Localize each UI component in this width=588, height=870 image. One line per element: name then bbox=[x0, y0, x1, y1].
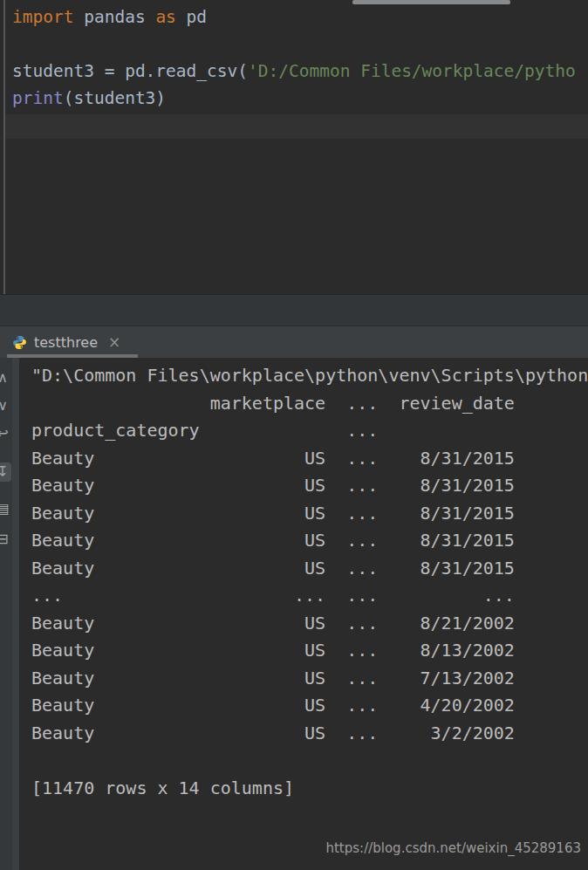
python-logo-icon bbox=[12, 335, 27, 350]
editor-gutter-divider bbox=[3, 0, 5, 294]
code-editor[interactable]: import pandas as pd student3 = pd.read_c… bbox=[12, 3, 588, 112]
soft-wrap-icon[interactable]: ↩ bbox=[0, 424, 11, 443]
print-icon[interactable]: ▤ bbox=[0, 499, 11, 518]
console-output[interactable]: "D:\Common Files\workplace\python\venv\S… bbox=[31, 362, 588, 802]
code-line bbox=[12, 31, 588, 58]
current-line-highlight bbox=[5, 114, 588, 139]
chevron-up-icon[interactable]: ∧ bbox=[0, 368, 11, 387]
console-scrollbar-track[interactable] bbox=[12, 358, 19, 870]
code-line: import pandas as pd bbox=[12, 3, 588, 31]
run-console: ∧∨↩↧▤⊟ "D:\Common Files\workplace\python… bbox=[0, 358, 588, 870]
chevron-down-icon[interactable]: ∨ bbox=[0, 396, 11, 415]
code-line: print(student3) bbox=[12, 85, 588, 112]
console-toolbar: ∧∨↩↧▤⊟ bbox=[0, 358, 12, 870]
scroll-to-end-icon[interactable]: ↧ bbox=[0, 462, 11, 482]
code-line: student3 = pd.read_csv('D:/Common Files/… bbox=[12, 58, 588, 85]
run-tab-bar: testthree × bbox=[0, 325, 588, 358]
tab-label: testthree bbox=[34, 334, 98, 351]
toolwindow-header-band bbox=[0, 294, 588, 325]
run-tab-testthree[interactable]: testthree × bbox=[7, 329, 126, 355]
watermark-url: https://blog.csdn.net/weixin_45289163 bbox=[325, 840, 581, 856]
clear-icon[interactable]: ⊟ bbox=[0, 530, 11, 549]
tab-close-icon[interactable]: × bbox=[108, 335, 120, 350]
code-editor-pane[interactable]: import pandas as pd student3 = pd.read_c… bbox=[0, 0, 588, 294]
